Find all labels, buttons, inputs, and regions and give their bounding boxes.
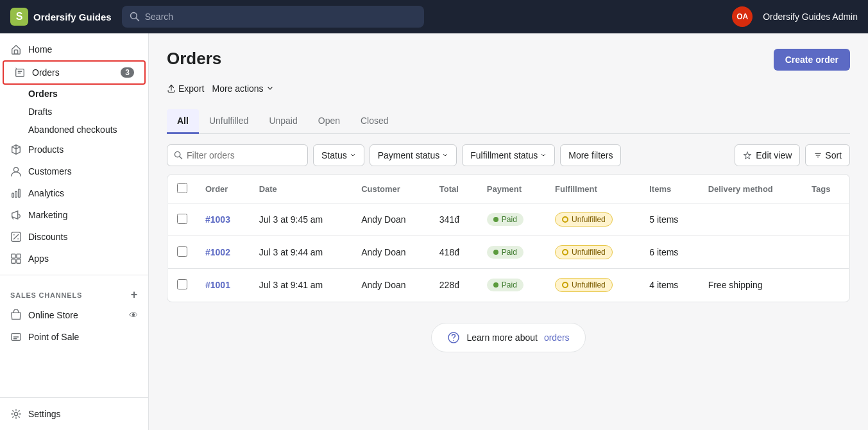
fulfillment-status-filter-button[interactable]: Fulfillment status (462, 144, 555, 166)
sidebar-item-discounts-label: Discounts (28, 232, 67, 242)
sidebar-item-online-store[interactable]: Online Store 👁 (0, 304, 148, 326)
home-icon (10, 44, 22, 55)
sidebar-item-home[interactable]: Home (0, 39, 148, 60)
unfulfilled-circle (562, 249, 568, 255)
sidebar-sub-drafts[interactable]: Drafts (28, 103, 148, 121)
sidebar-item-home-label: Home (28, 44, 52, 55)
row-checkbox-1002[interactable] (177, 246, 187, 257)
order-total-1003: 341đ (430, 203, 478, 236)
svg-point-9 (13, 234, 15, 236)
sidebar-sub-orders[interactable]: Orders (28, 85, 148, 103)
order-customer-1002: Andy Doan (352, 236, 430, 269)
svg-rect-12 (17, 254, 21, 258)
col-payment: Payment (478, 175, 546, 203)
chevron-down-icon (266, 85, 274, 92)
shopify-icon: S (10, 8, 28, 26)
select-all-checkbox[interactable] (177, 183, 187, 193)
payment-badge-1003: Paid (487, 213, 523, 226)
payment-status-filter-button[interactable]: Payment status (370, 144, 457, 166)
order-link-1001[interactable]: #1001 (205, 280, 230, 290)
order-delivery-1003 (699, 203, 803, 236)
filter-search-box[interactable] (167, 144, 308, 166)
search-input[interactable] (145, 12, 417, 22)
order-delivery-1002 (699, 236, 803, 269)
edit-view-button[interactable]: Edit view (735, 144, 800, 166)
help-circle-icon (447, 331, 460, 344)
order-date-1003: Jul 3 at 9:45 am (250, 203, 353, 236)
search-bar[interactable] (122, 6, 425, 28)
svg-point-10 (17, 238, 19, 239)
fulfillment-badge-1002: Unfulfilled (555, 245, 613, 259)
row-checkbox-1003[interactable] (177, 214, 187, 224)
fulfillment-badge-1003: Unfulfilled (555, 212, 613, 227)
payment-badge-1001: Paid (487, 279, 523, 291)
learn-more-link[interactable]: orders (544, 332, 570, 343)
sidebar-divider-2 (0, 397, 148, 398)
col-tags: Tags (803, 175, 849, 203)
create-order-button[interactable]: Create order (774, 49, 850, 71)
username-label: Ordersify Guides Admin (763, 12, 858, 22)
sort-button[interactable]: Sort (805, 144, 850, 166)
col-delivery: Delivery method (699, 175, 803, 203)
tab-unfulfilled[interactable]: Unfulfilled (199, 109, 259, 134)
order-tags-1003 (803, 203, 849, 236)
customers-icon (10, 166, 22, 177)
order-total-1002: 418đ (430, 236, 478, 269)
filter-bar: Status Payment status Fulfillment status… (167, 144, 850, 166)
export-button[interactable]: Export (167, 81, 204, 96)
svg-line-1 (136, 18, 139, 21)
row-checkbox-1001[interactable] (177, 279, 187, 289)
sidebar-sub-abandoned[interactable]: Abandoned checkouts (28, 121, 148, 139)
svg-rect-7 (19, 189, 21, 198)
page-actions: Export More actions (167, 81, 850, 96)
status-filter-button[interactable]: Status (313, 144, 364, 166)
more-actions-button[interactable]: More actions (212, 81, 273, 96)
export-icon (167, 84, 176, 93)
order-payment-1003: Paid (478, 203, 546, 236)
sidebar-item-products[interactable]: Products (0, 139, 148, 160)
sidebar-item-analytics[interactable]: Analytics (0, 182, 148, 204)
learn-more-section: Learn more about orders (167, 323, 850, 352)
order-link-1002[interactable]: #1002 (205, 247, 230, 257)
orders-icon (14, 67, 26, 78)
payment-badge-1002: Paid (487, 246, 523, 259)
sidebar-item-online-store-label: Online Store (28, 310, 78, 320)
analytics-icon (10, 187, 22, 199)
filter-orders-input[interactable] (187, 150, 301, 160)
tab-closed[interactable]: Closed (350, 109, 399, 134)
order-delivery-1001: Free shipping (699, 269, 803, 302)
add-sales-channel-icon[interactable]: + (131, 288, 138, 302)
col-fulfillment: Fulfillment (546, 175, 640, 203)
svg-point-16 (14, 412, 17, 415)
tab-unpaid[interactable]: Unpaid (259, 109, 307, 134)
table-row: #1003 Jul 3 at 9:45 am Andy Doan 341đ Pa… (168, 203, 849, 236)
apps-icon (10, 253, 22, 264)
tab-open[interactable]: Open (308, 109, 350, 134)
sidebar-item-marketing[interactable]: Marketing (0, 204, 148, 226)
sidebar-item-pos[interactable]: Point of Sale (0, 326, 148, 348)
sidebar-item-apps[interactable]: Apps (0, 248, 148, 270)
avatar[interactable]: OA (732, 6, 753, 27)
sales-channels-section: SALES CHANNELS + (0, 280, 148, 304)
order-link-1003[interactable]: #1003 (205, 214, 230, 225)
brand-logo[interactable]: S Ordersify Guides (10, 8, 112, 26)
sidebar-item-customers[interactable]: Customers (0, 160, 148, 182)
svg-rect-13 (12, 259, 15, 263)
table-row: #1002 Jul 3 at 9:44 am Andy Doan 418đ Pa… (168, 236, 849, 269)
sidebar-item-settings[interactable]: Settings (0, 403, 148, 425)
unfulfilled-circle (562, 282, 568, 288)
unfulfilled-circle (562, 216, 568, 223)
svg-rect-2 (14, 50, 17, 54)
tab-all[interactable]: All (167, 109, 199, 134)
more-filters-button[interactable]: More filters (560, 144, 621, 166)
paid-dot (493, 282, 498, 288)
order-date-1001: Jul 3 at 9:41 am (250, 269, 353, 302)
eye-icon[interactable]: 👁 (129, 310, 138, 320)
order-date-1002: Jul 3 at 9:44 am (250, 236, 353, 269)
top-navigation: S Ordersify Guides OA Ordersify Guides A… (0, 0, 868, 33)
sidebar-item-analytics-label: Analytics (28, 188, 64, 198)
online-store-icon (10, 309, 22, 321)
order-total-1001: 228đ (430, 269, 478, 302)
sidebar-item-orders[interactable]: Orders 3 (3, 60, 146, 85)
sidebar-item-discounts[interactable]: Discounts (0, 226, 148, 248)
